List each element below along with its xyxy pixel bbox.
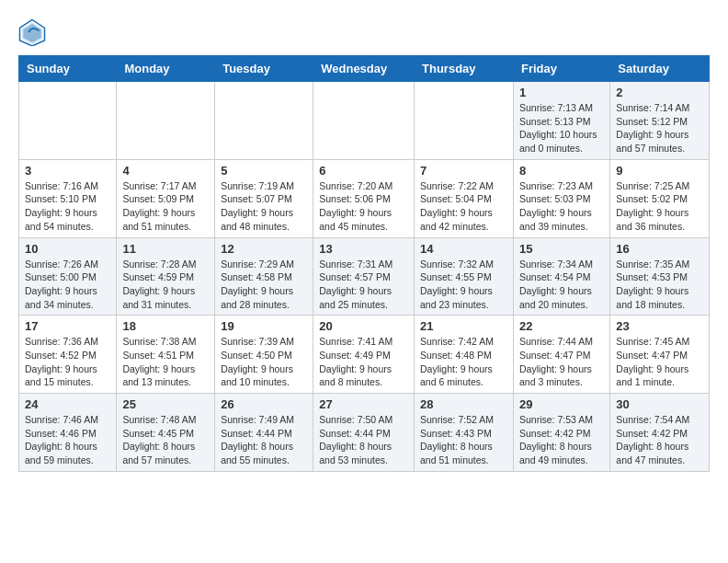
weekday-header-cell: Tuesday xyxy=(215,56,313,82)
day-number: 27 xyxy=(319,397,408,411)
day-number: 26 xyxy=(221,397,307,411)
day-info: Sunrise: 7:20 AM Sunset: 5:06 PM Dayligh… xyxy=(319,179,408,234)
calendar-day-cell xyxy=(117,82,215,160)
calendar-day-cell: 17Sunrise: 7:36 AM Sunset: 4:52 PM Dayli… xyxy=(19,316,117,394)
day-number: 15 xyxy=(519,242,604,256)
day-number: 5 xyxy=(221,164,307,178)
calendar-day-cell: 12Sunrise: 7:29 AM Sunset: 4:58 PM Dayli… xyxy=(215,237,313,316)
calendar-day-cell: 4Sunrise: 7:17 AM Sunset: 5:09 PM Daylig… xyxy=(117,159,215,237)
calendar-day-cell: 18Sunrise: 7:38 AM Sunset: 4:51 PM Dayli… xyxy=(117,316,215,394)
calendar-day-cell: 8Sunrise: 7:23 AM Sunset: 5:03 PM Daylig… xyxy=(513,159,609,237)
day-info: Sunrise: 7:50 AM Sunset: 4:44 PM Dayligh… xyxy=(319,413,408,467)
day-number: 16 xyxy=(616,242,703,256)
day-info: Sunrise: 7:44 AM Sunset: 4:47 PM Dayligh… xyxy=(519,335,604,389)
day-number: 13 xyxy=(319,242,408,256)
day-info: Sunrise: 7:48 AM Sunset: 4:45 PM Dayligh… xyxy=(122,413,209,467)
weekday-header-cell: Wednesday xyxy=(313,56,415,82)
calendar-day-cell: 7Sunrise: 7:22 AM Sunset: 5:04 PM Daylig… xyxy=(415,159,514,237)
day-number: 8 xyxy=(519,164,604,178)
day-number: 1 xyxy=(519,86,604,99)
calendar-day-cell: 24Sunrise: 7:46 AM Sunset: 4:46 PM Dayli… xyxy=(19,394,117,472)
day-number: 22 xyxy=(519,319,604,333)
day-info: Sunrise: 7:25 AM Sunset: 5:02 PM Dayligh… xyxy=(616,179,703,234)
calendar-week-row: 10Sunrise: 7:26 AM Sunset: 5:00 PM Dayli… xyxy=(19,237,710,316)
calendar-day-cell: 9Sunrise: 7:25 AM Sunset: 5:02 PM Daylig… xyxy=(610,159,710,237)
header xyxy=(18,18,710,46)
day-number: 30 xyxy=(616,397,703,411)
day-info: Sunrise: 7:41 AM Sunset: 4:49 PM Dayligh… xyxy=(319,335,408,389)
calendar-day-cell: 20Sunrise: 7:41 AM Sunset: 4:49 PM Dayli… xyxy=(313,316,415,394)
logo-icon xyxy=(18,18,46,46)
calendar-day-cell: 6Sunrise: 7:20 AM Sunset: 5:06 PM Daylig… xyxy=(313,159,415,237)
day-info: Sunrise: 7:46 AM Sunset: 4:46 PM Dayligh… xyxy=(25,413,110,467)
day-number: 24 xyxy=(25,397,110,411)
calendar-day-cell: 26Sunrise: 7:49 AM Sunset: 4:44 PM Dayli… xyxy=(215,394,313,472)
calendar-day-cell: 13Sunrise: 7:31 AM Sunset: 4:57 PM Dayli… xyxy=(313,237,415,316)
day-info: Sunrise: 7:16 AM Sunset: 5:10 PM Dayligh… xyxy=(25,179,110,234)
calendar-day-cell: 2Sunrise: 7:14 AM Sunset: 5:12 PM Daylig… xyxy=(610,82,710,160)
day-info: Sunrise: 7:38 AM Sunset: 4:51 PM Dayligh… xyxy=(122,335,209,389)
day-number: 3 xyxy=(25,164,110,178)
day-number: 19 xyxy=(221,319,307,333)
day-info: Sunrise: 7:34 AM Sunset: 4:54 PM Dayligh… xyxy=(519,258,604,312)
calendar-day-cell: 1Sunrise: 7:13 AM Sunset: 5:13 PM Daylig… xyxy=(513,82,609,160)
calendar-day-cell xyxy=(415,82,514,160)
calendar-day-cell: 21Sunrise: 7:42 AM Sunset: 4:48 PM Dayli… xyxy=(415,316,514,394)
calendar-day-cell: 25Sunrise: 7:48 AM Sunset: 4:45 PM Dayli… xyxy=(117,394,215,472)
weekday-header-cell: Sunday xyxy=(19,56,117,82)
day-info: Sunrise: 7:42 AM Sunset: 4:48 PM Dayligh… xyxy=(420,335,507,389)
day-info: Sunrise: 7:19 AM Sunset: 5:07 PM Dayligh… xyxy=(221,179,307,234)
day-number: 7 xyxy=(420,164,507,178)
calendar-week-row: 3Sunrise: 7:16 AM Sunset: 5:10 PM Daylig… xyxy=(19,159,710,237)
day-info: Sunrise: 7:32 AM Sunset: 4:55 PM Dayligh… xyxy=(420,258,507,312)
day-info: Sunrise: 7:31 AM Sunset: 4:57 PM Dayligh… xyxy=(319,258,408,312)
day-number: 29 xyxy=(519,397,604,411)
day-number: 4 xyxy=(122,164,209,178)
weekday-header: SundayMondayTuesdayWednesdayThursdayFrid… xyxy=(19,56,710,82)
calendar-day-cell: 10Sunrise: 7:26 AM Sunset: 5:00 PM Dayli… xyxy=(19,237,117,316)
day-number: 11 xyxy=(122,242,209,256)
calendar-body: 1Sunrise: 7:13 AM Sunset: 5:13 PM Daylig… xyxy=(19,82,710,472)
day-number: 25 xyxy=(122,397,209,411)
calendar-week-row: 24Sunrise: 7:46 AM Sunset: 4:46 PM Dayli… xyxy=(19,394,710,472)
calendar-day-cell xyxy=(313,82,415,160)
day-info: Sunrise: 7:17 AM Sunset: 5:09 PM Dayligh… xyxy=(122,179,209,234)
calendar-day-cell: 28Sunrise: 7:52 AM Sunset: 4:43 PM Dayli… xyxy=(415,394,514,472)
calendar-day-cell xyxy=(215,82,313,160)
day-info: Sunrise: 7:54 AM Sunset: 4:42 PM Dayligh… xyxy=(616,413,703,467)
day-number: 17 xyxy=(25,319,110,333)
calendar-day-cell: 3Sunrise: 7:16 AM Sunset: 5:10 PM Daylig… xyxy=(19,159,117,237)
day-number: 10 xyxy=(25,242,110,256)
day-info: Sunrise: 7:52 AM Sunset: 4:43 PM Dayligh… xyxy=(420,413,507,467)
calendar-day-cell: 15Sunrise: 7:34 AM Sunset: 4:54 PM Dayli… xyxy=(513,237,609,316)
day-info: Sunrise: 7:39 AM Sunset: 4:50 PM Dayligh… xyxy=(221,335,307,389)
calendar-day-cell xyxy=(19,82,117,160)
day-number: 6 xyxy=(319,164,408,178)
day-info: Sunrise: 7:49 AM Sunset: 4:44 PM Dayligh… xyxy=(221,413,307,467)
calendar-day-cell: 16Sunrise: 7:35 AM Sunset: 4:53 PM Dayli… xyxy=(610,237,710,316)
calendar-week-row: 1Sunrise: 7:13 AM Sunset: 5:13 PM Daylig… xyxy=(19,82,710,160)
calendar: SundayMondayTuesdayWednesdayThursdayFrid… xyxy=(18,55,710,472)
day-info: Sunrise: 7:26 AM Sunset: 5:00 PM Dayligh… xyxy=(25,258,110,312)
calendar-week-row: 17Sunrise: 7:36 AM Sunset: 4:52 PM Dayli… xyxy=(19,316,710,394)
calendar-day-cell: 5Sunrise: 7:19 AM Sunset: 5:07 PM Daylig… xyxy=(215,159,313,237)
day-number: 23 xyxy=(616,319,703,333)
calendar-day-cell: 27Sunrise: 7:50 AM Sunset: 4:44 PM Dayli… xyxy=(313,394,415,472)
day-info: Sunrise: 7:36 AM Sunset: 4:52 PM Dayligh… xyxy=(25,335,110,389)
day-info: Sunrise: 7:35 AM Sunset: 4:53 PM Dayligh… xyxy=(616,258,703,312)
calendar-day-cell: 14Sunrise: 7:32 AM Sunset: 4:55 PM Dayli… xyxy=(415,237,514,316)
day-info: Sunrise: 7:14 AM Sunset: 5:12 PM Dayligh… xyxy=(616,101,703,155)
day-number: 9 xyxy=(616,164,703,178)
weekday-header-cell: Monday xyxy=(117,56,215,82)
day-info: Sunrise: 7:29 AM Sunset: 4:58 PM Dayligh… xyxy=(221,258,307,312)
day-info: Sunrise: 7:53 AM Sunset: 4:42 PM Dayligh… xyxy=(519,413,604,467)
day-number: 12 xyxy=(221,242,307,256)
day-number: 18 xyxy=(122,319,209,333)
day-info: Sunrise: 7:28 AM Sunset: 4:59 PM Dayligh… xyxy=(122,258,209,312)
calendar-day-cell: 22Sunrise: 7:44 AM Sunset: 4:47 PM Dayli… xyxy=(513,316,609,394)
day-number: 20 xyxy=(319,319,408,333)
day-number: 14 xyxy=(420,242,507,256)
day-info: Sunrise: 7:13 AM Sunset: 5:13 PM Dayligh… xyxy=(519,101,604,155)
day-number: 28 xyxy=(420,397,507,411)
logo xyxy=(18,18,50,46)
